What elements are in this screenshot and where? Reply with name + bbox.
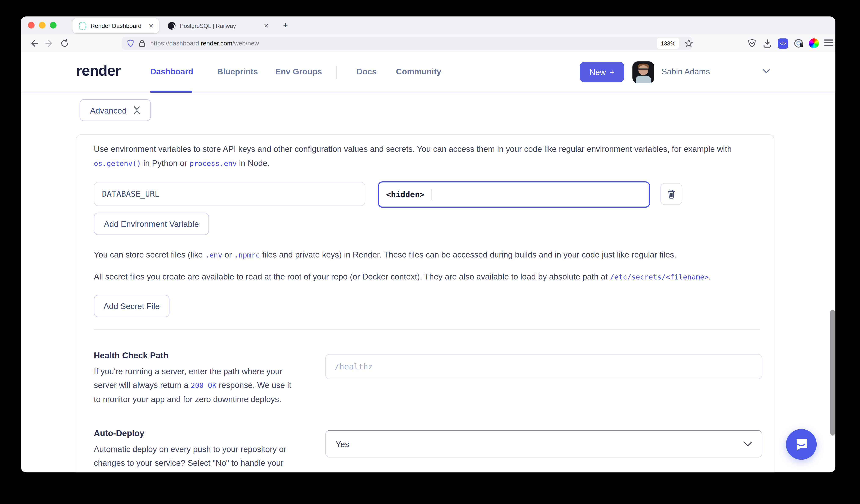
railway-favicon-icon	[168, 22, 175, 30]
chat-bubble-icon	[794, 437, 808, 451]
tab-title: PostgreSQL | Railway	[180, 23, 264, 29]
chat-widget-button[interactable]	[786, 429, 817, 460]
chevron-down-icon	[744, 441, 752, 446]
auto-deploy-label: Auto-Deploy	[94, 429, 144, 439]
url-text: https://dashboard.render.com/web/new	[150, 40, 259, 46]
auto-deploy-description: Automatic deploy on every push to your r…	[94, 442, 292, 470]
env-vars-description: Use environment variables to store API k…	[94, 142, 761, 156]
advanced-chip[interactable]: Advanced	[80, 99, 151, 121]
tab-render-dashboard[interactable]: Render Dashboard ✕	[72, 18, 159, 34]
password-manager-icon[interactable]	[793, 38, 803, 48]
nav-community[interactable]: Community	[396, 67, 441, 76]
bookmark-star-icon[interactable]	[685, 39, 693, 47]
reload-icon[interactable]	[60, 38, 70, 48]
tab-bar: Render Dashboard ✕ PostgreSQL | Railway …	[21, 16, 835, 35]
tab-title: Render Dashboard	[90, 23, 148, 29]
colorpicker-extension-icon[interactable]	[809, 38, 819, 48]
new-button[interactable]: New+	[580, 62, 624, 82]
site-header: render Dashboard Blueprints Env Groups D…	[21, 52, 835, 93]
nav-blueprints[interactable]: Blueprints	[217, 67, 258, 76]
nav-divider	[336, 66, 337, 79]
nav-env-groups[interactable]: Env Groups	[275, 67, 322, 76]
delete-env-var-button[interactable]	[660, 183, 683, 205]
tab-postgresql-railway[interactable]: PostgreSQL | Railway ✕	[164, 18, 274, 34]
health-check-description: If you're running a server, enter the pa…	[94, 365, 292, 406]
url-bar[interactable]: https://dashboard.render.com/web/new 133…	[122, 37, 692, 50]
auto-deploy-select[interactable]: Yes	[325, 430, 762, 458]
browser-toolbar: https://dashboard.render.com/web/new 133…	[21, 34, 835, 53]
env-vars-description-line2: os.getenv() in Python or process.env in …	[94, 156, 761, 171]
add-secret-file-button[interactable]: Add Secret File	[94, 295, 170, 317]
new-tab-button[interactable]: +	[283, 21, 288, 29]
render-dashboard-page: render Dashboard Blueprints Env Groups D…	[21, 52, 835, 472]
advanced-settings-card: Use environment variables to store API k…	[76, 134, 774, 472]
secret-files-path-description: All secret files you create are availabl…	[94, 269, 761, 284]
render-favicon-icon	[79, 22, 86, 29]
collapse-icon	[133, 106, 140, 114]
lock-icon[interactable]	[139, 40, 145, 47]
health-check-label: Health Check Path	[94, 351, 169, 361]
forward-icon[interactable]	[44, 38, 54, 48]
user-name: Sabin Adams	[661, 67, 710, 76]
menu-hamburger-icon[interactable]	[825, 40, 833, 41]
back-icon[interactable]	[29, 38, 39, 48]
maximize-window-button[interactable]	[50, 22, 57, 29]
trash-icon	[667, 189, 676, 199]
text-cursor	[431, 189, 432, 199]
plus-icon: +	[610, 68, 615, 77]
secret-files-description: You can store secret files (like .env or…	[94, 248, 761, 263]
active-nav-underline	[150, 91, 192, 93]
browser-window: Render Dashboard ✕ PostgreSQL | Railway …	[21, 16, 835, 472]
section-divider	[94, 329, 760, 330]
render-logo[interactable]: render	[76, 62, 120, 79]
env-var-value-input[interactable]: <hidden>	[378, 181, 650, 208]
shield-icon[interactable]	[127, 40, 134, 47]
env-var-key-input[interactable]: DATABASE_URL	[94, 182, 365, 206]
chevron-down-icon[interactable]	[762, 69, 770, 73]
add-environment-variable-button[interactable]: Add Environment Variable	[94, 213, 209, 235]
scrollbar-thumb[interactable]	[830, 310, 835, 435]
downloads-icon[interactable]	[762, 38, 772, 48]
avatar[interactable]	[632, 61, 654, 83]
tab-close-icon[interactable]: ✕	[264, 22, 269, 29]
code-extension-icon[interactable]: </>	[778, 38, 788, 48]
health-check-path-input[interactable]: /healthz	[325, 354, 762, 379]
tab-close-icon[interactable]: ✕	[148, 22, 154, 29]
zoom-level-badge[interactable]: 133%	[657, 38, 679, 49]
close-window-button[interactable]	[28, 22, 34, 29]
nav-docs[interactable]: Docs	[357, 67, 377, 76]
nav-dashboard[interactable]: Dashboard	[150, 67, 193, 76]
pocket-icon[interactable]	[747, 38, 757, 48]
minimize-window-button[interactable]	[39, 22, 45, 29]
